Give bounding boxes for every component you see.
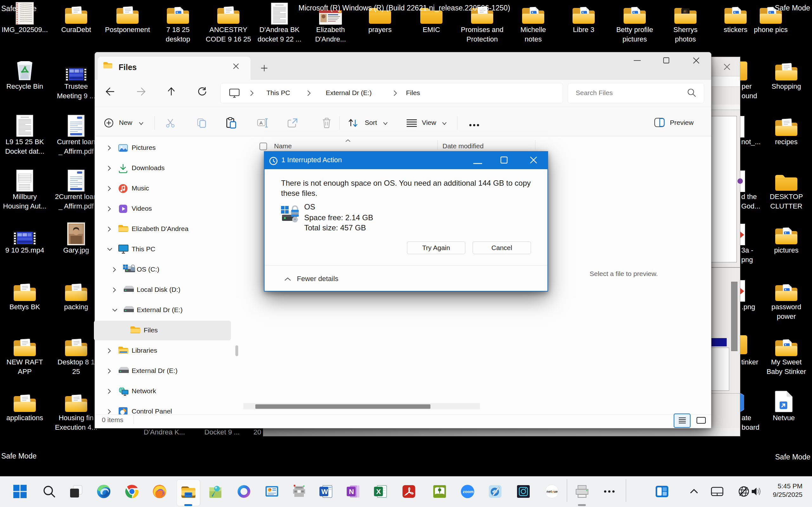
svg-text:X: X [376, 488, 381, 496]
svg-text:W: W [321, 488, 328, 496]
svg-text:N: N [349, 488, 354, 496]
svg-text:netvue: netvue [547, 490, 558, 493]
svg-text:A: A [259, 120, 263, 125]
svg-text:zoom: zoom [463, 489, 473, 494]
